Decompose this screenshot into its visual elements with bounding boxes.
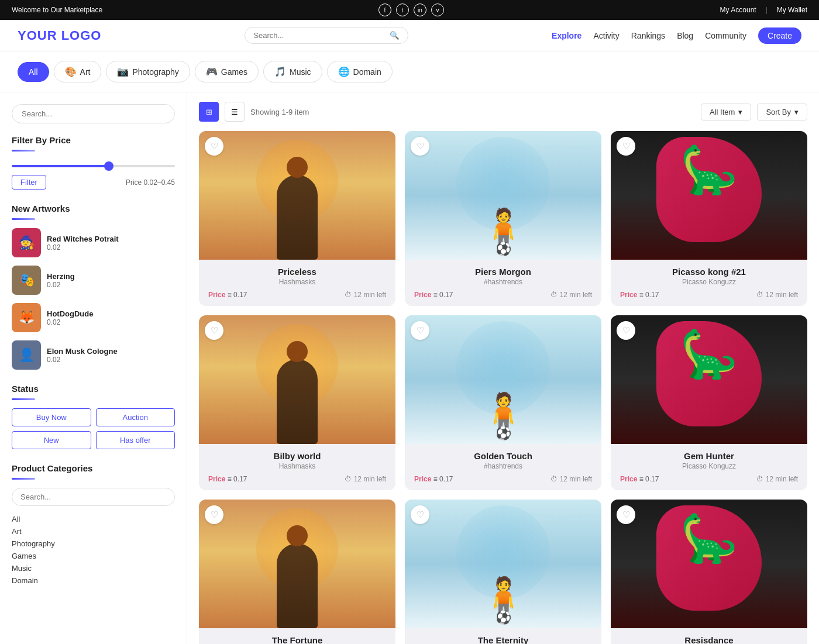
header-search-button[interactable]: 🔍: [390, 31, 400, 40]
filter-by-price-title: Filter By Price: [12, 135, 175, 145]
artwork-thumb-1: 🎭: [12, 266, 41, 295]
product-card-0[interactable]: ♡ Priceless Hashmasks Price ≡ 0.17 ⏱ 12 …: [199, 131, 395, 306]
nav-create[interactable]: Create: [758, 27, 801, 44]
card-title-5: Gem Hunter: [619, 451, 799, 461]
heart-button-6[interactable]: ♡: [205, 505, 223, 524]
cat-photography[interactable]: Photography: [12, 538, 175, 550]
twitter-icon[interactable]: t: [396, 4, 409, 16]
product-grid: ♡ Priceless Hashmasks Price ≡ 0.17 ⏱ 12 …: [199, 131, 807, 644]
all-item-label: All Item: [710, 108, 735, 116]
product-card-8[interactable]: 🦕 ♡ Resisdance Picasso Konguzz Price ≡ 0…: [611, 500, 807, 644]
artwork-price-2: 0.02: [47, 318, 93, 326]
sort-label: Sort By: [766, 108, 791, 116]
card-subtitle-2: Picasso Konguzz: [619, 278, 799, 286]
product-card-7[interactable]: 🧍 ⚽ ♡ The Eternity #hashtrends Price ≡ 0…: [405, 500, 601, 644]
tab-art[interactable]: 🎨Art: [54, 61, 102, 82]
card-body-3: Bilby world Hashmasks Price ≡ 0.17 ⏱ 12 …: [199, 444, 395, 490]
content-header-right: All Item ▾ Sort By ▾: [701, 104, 807, 120]
price-slider[interactable]: [12, 165, 175, 167]
topbar-right: My Account | My Wallet: [720, 6, 807, 14]
product-card-1[interactable]: 🧍 ⚽ ♡ Piers Morgon #hashtrends Price ≡ 0…: [405, 131, 601, 306]
list-view-button[interactable]: ☰: [225, 102, 245, 122]
card-title-1: Piers Morgon: [413, 267, 593, 277]
card-title-0: Priceless: [207, 267, 387, 277]
tab-domain[interactable]: 🌐Domain: [327, 61, 393, 82]
artwork-item-3[interactable]: 👤 Elon Musk Cologne 0.02: [12, 340, 175, 370]
heart-button-1[interactable]: ♡: [411, 137, 429, 156]
heart-button-8[interactable]: ♡: [617, 505, 635, 524]
nav-activity[interactable]: Activity: [593, 31, 619, 40]
card-price-2: Price ≡ 0.17: [620, 291, 659, 299]
my-account-link[interactable]: My Account: [720, 6, 756, 14]
artwork-info-2: HotDogDude 0.02: [47, 309, 93, 326]
status-auction[interactable]: Auction: [96, 408, 176, 426]
header-search-input[interactable]: [253, 31, 385, 40]
filter-button[interactable]: Filter: [12, 175, 46, 190]
artwork-item-0[interactable]: 🧙 Red Witches Potrait 0.02: [12, 228, 175, 257]
product-card-3[interactable]: ♡ Bilby world Hashmasks Price ≡ 0.17 ⏱ 1…: [199, 315, 395, 490]
all-item-dropdown[interactable]: All Item ▾: [701, 104, 751, 120]
tab-photography[interactable]: 📷Photography: [106, 61, 190, 82]
artwork-name-3: Elon Musk Cologne: [47, 347, 118, 356]
cat-all[interactable]: All: [12, 513, 175, 525]
artwork-thumb-0: 🧙: [12, 228, 41, 257]
status-underline: [12, 398, 35, 400]
sidebar: Filter By Price Filter Price 0.02–0.45 N…: [0, 92, 187, 644]
card-body-6: The Fortune Hashmasks Price ≡ 0.17 ⏱ 12 …: [199, 628, 395, 644]
sidebar-search-input[interactable]: [12, 104, 175, 123]
heart-button-7[interactable]: ♡: [411, 505, 429, 524]
card-footer-1: Price ≡ 0.17 ⏱ 12 min left: [413, 291, 593, 299]
nav-rankings[interactable]: Rankings: [631, 31, 665, 40]
status-new[interactable]: New: [12, 431, 91, 449]
artwork-info-3: Elon Musk Cologne 0.02: [47, 347, 118, 364]
card-title-8: Resisdance: [619, 635, 799, 644]
sort-dropdown[interactable]: Sort By ▾: [757, 104, 807, 120]
heart-button-0[interactable]: ♡: [205, 137, 223, 156]
card-image-4: 🧍 ⚽ ♡: [405, 315, 601, 444]
vimeo-icon[interactable]: v: [431, 4, 444, 16]
main-layout: Filter By Price Filter Price 0.02–0.45 N…: [0, 92, 819, 644]
card-image-0: ♡: [199, 131, 395, 260]
tab-all[interactable]: All: [18, 62, 49, 82]
instagram-icon[interactable]: in: [414, 4, 426, 16]
card-time-5: ⏱ 12 min left: [756, 475, 798, 483]
artwork-name-1: Herzing: [47, 272, 75, 281]
cat-domain[interactable]: Domain: [12, 574, 175, 587]
card-body-4: Golden Touch #hashtrends Price ≡ 0.17 ⏱ …: [405, 444, 601, 490]
cat-games[interactable]: Games: [12, 550, 175, 562]
facebook-icon[interactable]: f: [378, 4, 391, 16]
artwork-price-3: 0.02: [47, 356, 118, 364]
card-footer-5: Price ≡ 0.17 ⏱ 12 min left: [619, 475, 799, 483]
product-categories-title: Product Categories: [12, 463, 175, 473]
product-card-6[interactable]: ♡ The Fortune Hashmasks Price ≡ 0.17 ⏱ 1…: [199, 500, 395, 644]
card-body-0: Priceless Hashmasks Price ≡ 0.17 ⏱ 12 mi…: [199, 260, 395, 306]
heart-button-3[interactable]: ♡: [205, 321, 223, 340]
tab-music[interactable]: 🎵Music: [263, 61, 322, 82]
cat-art[interactable]: Art: [12, 525, 175, 538]
card-body-2: Picasso kong #21 Picasso Konguzz Price ≡…: [611, 260, 807, 306]
my-wallet-link[interactable]: My Wallet: [777, 6, 807, 14]
heart-button-4[interactable]: ♡: [411, 321, 429, 340]
tab-games[interactable]: 🎮Games: [195, 61, 259, 82]
nav-community[interactable]: Community: [705, 31, 746, 40]
grid-view-button[interactable]: ⊞: [199, 102, 219, 122]
heart-button-2[interactable]: ♡: [617, 137, 635, 156]
all-item-chevron: ▾: [738, 108, 742, 116]
card-image-7: 🧍 ⚽ ♡: [405, 500, 601, 628]
cat-music[interactable]: Music: [12, 562, 175, 574]
product-card-2[interactable]: 🦕 ♡ Picasso kong #21 Picasso Konguzz Pri…: [611, 131, 807, 306]
nav-explore[interactable]: Explore: [552, 31, 581, 40]
card-image-5: 🦕 ♡: [611, 315, 807, 444]
artwork-item-2[interactable]: 🦊 HotDogDude 0.02: [12, 303, 175, 332]
category-tabs: All 🎨Art 📷Photography 🎮Games 🎵Music 🌐Dom…: [0, 51, 819, 92]
product-card-4[interactable]: 🧍 ⚽ ♡ Golden Touch #hashtrends Price ≡ 0…: [405, 315, 601, 490]
nav-blog[interactable]: Blog: [677, 31, 693, 40]
heart-button-5[interactable]: ♡: [617, 321, 635, 340]
artwork-item-1[interactable]: 🎭 Herzing 0.02: [12, 266, 175, 295]
status-buy-now[interactable]: Buy Now: [12, 408, 91, 426]
product-categories-section: Product Categories All Art Photography G…: [12, 463, 175, 587]
status-has-offer[interactable]: Has offer: [96, 431, 176, 449]
art-icon: 🎨: [65, 66, 77, 77]
category-search-input[interactable]: [12, 488, 175, 506]
product-card-5[interactable]: 🦕 ♡ Gem Hunter Picasso Konguzz Price ≡ 0…: [611, 315, 807, 490]
